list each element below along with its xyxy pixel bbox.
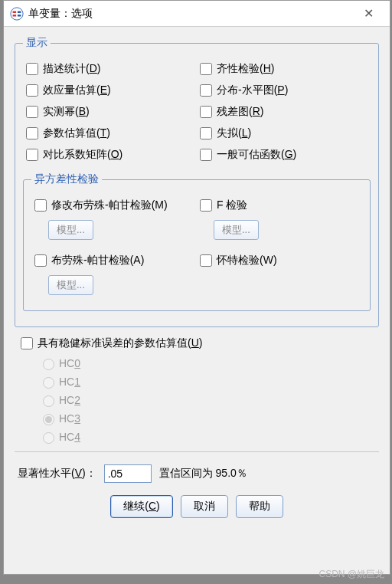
- hetero-check-0[interactable]: 修改布劳殊-帕甘检验(M): [31, 197, 197, 214]
- robust-checkbox[interactable]: 具有稳健标准误差的参数估算值(U): [18, 335, 376, 352]
- robust-radio-hc0: HC0: [39, 356, 376, 370]
- hetero-check-2[interactable]: 布劳殊-帕甘检验(A): [31, 252, 197, 269]
- dialog-content: 显示 描述统计(D)效应量估算(E)实测幂(B)参数估算值(T)对比系数矩阵(O…: [4, 27, 390, 527]
- display-group: 显示 描述统计(D)效应量估算(E)实测幂(B)参数估算值(T)对比系数矩阵(O…: [15, 36, 379, 327]
- robust-radio-hc4: HC4: [39, 430, 376, 444]
- robust-radio-list: HC0HC1HC2HC3HC4: [39, 356, 376, 444]
- help-button[interactable]: 帮助: [236, 495, 283, 518]
- display-right-3[interactable]: 失拟(L): [197, 125, 371, 142]
- app-icon: [10, 7, 24, 21]
- ci-label: 置信区间为 95.0％: [159, 467, 247, 481]
- robust-radio-hc3: HC3: [39, 412, 376, 425]
- hetero-model-button-0: 模型...: [48, 220, 93, 240]
- display-right-4[interactable]: 一般可估函数(G): [197, 146, 371, 163]
- hetero-model-button-1: 模型...: [214, 220, 259, 240]
- significance-row: 显著性水平(V)： 置信区间为 95.0％: [15, 460, 379, 492]
- cancel-button[interactable]: 取消: [181, 495, 228, 518]
- display-right-2[interactable]: 残差图(R): [197, 103, 371, 120]
- separator: [15, 451, 379, 452]
- display-left-4[interactable]: 对比系数矩阵(O): [23, 146, 197, 163]
- title-bar: 单变量：选项 ✕: [4, 1, 390, 27]
- svg-point-0: [11, 7, 23, 19]
- continue-button[interactable]: 继续(C): [110, 495, 172, 518]
- significance-input[interactable]: [104, 464, 152, 483]
- display-legend: 显示: [23, 36, 51, 50]
- hetero-group: 异方差性检验 修改布劳殊-帕甘检验(M)模型...F 检验模型...布劳殊-帕甘…: [23, 172, 371, 311]
- display-left-1[interactable]: 效应量估算(E): [23, 82, 197, 99]
- watermark: CSDN @姚巨龙: [318, 568, 384, 581]
- display-right-1[interactable]: 分布-水平图(P): [197, 82, 371, 99]
- robust-radio-hc2: HC2: [39, 393, 376, 407]
- robust-block: 具有稳健标准误差的参数估算值(U) HC0HC1HC2HC3HC4: [15, 335, 379, 444]
- display-right-0[interactable]: 齐性检验(H): [197, 61, 371, 77]
- hetero-legend: 异方差性检验: [31, 172, 102, 186]
- hetero-model-button-2: 模型...: [48, 275, 93, 295]
- display-left-3[interactable]: 参数估算值(T): [23, 125, 197, 142]
- dialog-title: 单变量：选项: [28, 7, 353, 21]
- close-icon[interactable]: ✕: [353, 6, 384, 21]
- display-left-2[interactable]: 实测幂(B): [23, 103, 197, 120]
- button-bar: 继续(C) 取消 帮助: [15, 492, 379, 520]
- robust-radio-hc1: HC1: [39, 375, 376, 389]
- display-left-0[interactable]: 描述统计(D): [23, 61, 197, 77]
- hetero-check-3[interactable]: 怀特检验(W): [197, 252, 362, 269]
- hetero-check-1[interactable]: F 检验: [197, 197, 362, 214]
- dialog-window: 单变量：选项 ✕ 显示 描述统计(D)效应量估算(E)实测幂(B)参数估算值(T…: [3, 0, 390, 575]
